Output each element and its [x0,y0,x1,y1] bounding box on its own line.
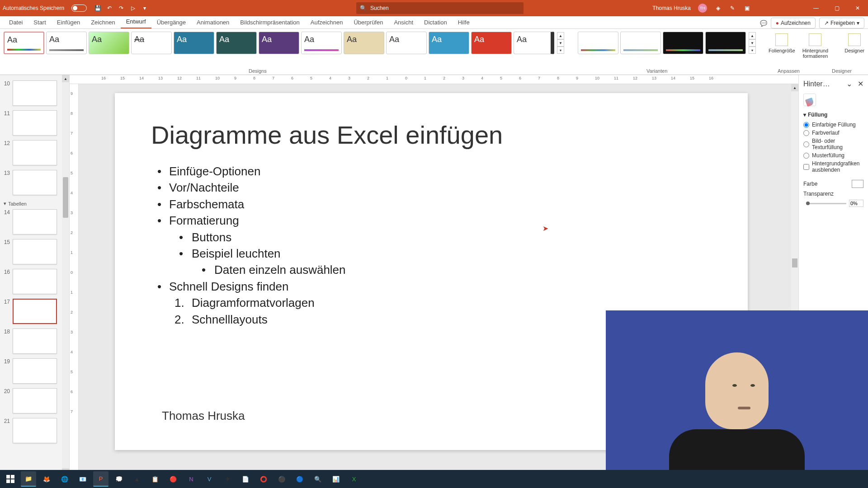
slide-thumb-19[interactable]: 19 [2,358,60,384]
thumbs-scrollbar[interactable] [62,82,69,468]
onenote-icon[interactable]: N [184,471,199,487]
file-explorer-icon[interactable]: 📁 [21,471,36,487]
tab-ansicht[interactable]: Ansicht [388,16,419,28]
user-avatar[interactable]: TH [698,4,707,13]
design-theme-7[interactable]: Aa [259,32,299,54]
redo-icon[interactable]: ↷ [118,5,125,12]
close-button[interactable]: ✕ [847,0,868,16]
slide-thumb-10[interactable]: 10 [2,80,60,106]
tab-zeichnen[interactable]: Zeichnen [85,16,120,28]
design-theme-1[interactable]: Aa [4,32,44,54]
app-icon-5[interactable]: ⚫ [274,471,289,487]
hide-bg-graphics-option[interactable]: Hintergrundgrafiken ausblenden [803,160,863,174]
gallery-down-icon[interactable]: ▼ [557,39,564,47]
transparency-input[interactable] [849,200,863,207]
app-icon-8[interactable]: 📊 [328,471,344,487]
format-background-button[interactable]: Hintergrund formatieren [799,32,832,61]
design-theme-5[interactable]: Aa [174,32,214,54]
tab-aufzeichnen[interactable]: Aufzeichnen [305,16,349,28]
share-button[interactable]: ↗Freigeben▾ [819,18,864,28]
slide-size-button[interactable]: Foliengröße [765,32,799,55]
tab-animationen[interactable]: Animationen [191,16,235,28]
tab-einfügen[interactable]: Einfügen [52,16,85,28]
design-theme-13[interactable]: Aa [514,32,554,54]
transparency-slider[interactable] [806,203,846,204]
app-icon-4[interactable]: 📄 [238,471,253,487]
design-theme-11[interactable]: Aa [429,32,469,54]
visio-icon[interactable]: V [202,471,217,487]
undo-icon[interactable]: ↶ [106,5,113,12]
save-icon[interactable]: 💾 [94,5,101,12]
design-theme-6[interactable]: Aa [216,32,257,54]
variant-4[interactable] [705,32,746,54]
slide-thumb-15[interactable]: 15 [2,239,60,264]
fill-solid-option[interactable]: Einfarbige Füllung [803,121,863,129]
slide-thumb-21[interactable]: 21 [2,418,60,443]
slide-thumb-16[interactable]: 16 [2,269,60,294]
pane-close-icon[interactable]: ✕ [858,80,863,88]
autosave-toggle[interactable] [71,5,87,12]
slide-thumb-11[interactable]: 11 [2,110,60,136]
start-button[interactable] [3,471,18,487]
user-name[interactable]: Thomas Hruska [652,5,691,11]
chrome-icon[interactable]: 🌐 [57,471,72,487]
pane-options-icon[interactable]: ⌄ [846,80,852,88]
outlook-icon[interactable]: 📧 [75,471,90,487]
section-header[interactable]: ▾Tabellen [0,200,62,207]
variant-down-icon[interactable]: ▼ [749,39,756,47]
tab-bildschirmpräsentation[interactable]: Bildschirmpräsentation [235,16,305,28]
design-theme-2[interactable]: Aa [46,32,87,54]
fill-picture-option[interactable]: Bild- oder Texturfüllung [803,137,863,151]
tab-überprüfen[interactable]: Überprüfen [348,16,388,28]
record-button[interactable]: ●Aufzeichnen [771,18,816,28]
variant-up-icon[interactable]: ▲ [749,32,756,39]
qat-more-icon[interactable]: ▾ [141,5,148,12]
slide-thumb-13[interactable]: 13 [2,170,60,195]
design-theme-8[interactable]: Aa [301,32,342,54]
variant-1[interactable] [578,32,618,54]
vlc-icon[interactable]: ▲ [129,471,145,487]
firefox-icon[interactable]: 🦊 [39,471,54,487]
gallery-up-icon[interactable]: ▲ [557,32,564,39]
design-theme-10[interactable]: Aa [386,32,427,54]
app-icon-2[interactable]: 📋 [147,471,163,487]
tab-datei[interactable]: Datei [4,16,28,28]
fill-gradient-option[interactable]: Farbverlauf [803,129,863,137]
color-picker-button[interactable] [852,180,863,188]
thumbs-scroll-up-icon[interactable]: ▲ [62,75,69,82]
design-theme-4[interactable]: Aa [131,32,172,54]
design-theme-9[interactable]: Aa [344,32,384,54]
fill-bucket-icon[interactable] [803,94,816,106]
fill-pattern-option[interactable]: Musterfüllung [803,151,863,160]
design-theme-12[interactable]: Aa [471,32,512,54]
variant-more-icon[interactable]: ▾ [749,47,756,54]
app-icon-7[interactable]: 🔍 [310,471,326,487]
from-beginning-icon[interactable]: ▷ [129,5,137,12]
fill-section-toggle[interactable]: ▾Füllung [803,112,863,118]
tab-start[interactable]: Start [28,16,51,28]
obs-icon[interactable]: ⭕ [256,471,271,487]
maximize-button[interactable]: ▢ [826,0,847,16]
slide-thumb-14[interactable]: 14 [2,209,60,235]
slide-thumb-18[interactable]: 18 [2,328,60,354]
window-layout-icon[interactable]: ▣ [743,5,750,12]
pen-icon[interactable]: ✎ [729,5,736,12]
tab-übergänge[interactable]: Übergänge [151,16,191,28]
app-icon-1[interactable]: 💭 [111,471,127,487]
design-theme-3[interactable]: Aa [89,32,129,54]
search-box[interactable]: 🔍 Suchen [356,2,524,14]
diamond-icon[interactable]: ◈ [714,5,722,12]
tab-hilfe[interactable]: Hilfe [453,16,475,28]
designer-button[interactable]: Designer [841,32,868,55]
canvas-scroll-up-icon[interactable]: ▲ [791,84,798,91]
tab-dictation[interactable]: Dictation [419,16,453,28]
tab-entwurf[interactable]: Entwurf [121,15,151,28]
slide-thumb-17[interactable]: 17 [2,299,60,324]
powerpoint-icon[interactable]: P [93,471,108,487]
variant-3[interactable] [663,32,703,54]
comments-icon[interactable]: 💬 [760,20,767,27]
app-icon-3[interactable]: 🔴 [165,471,181,487]
slide-thumb-12[interactable]: 12 [2,140,60,165]
telegram-icon[interactable]: ✈ [220,471,235,487]
minimize-button[interactable]: — [806,0,826,16]
